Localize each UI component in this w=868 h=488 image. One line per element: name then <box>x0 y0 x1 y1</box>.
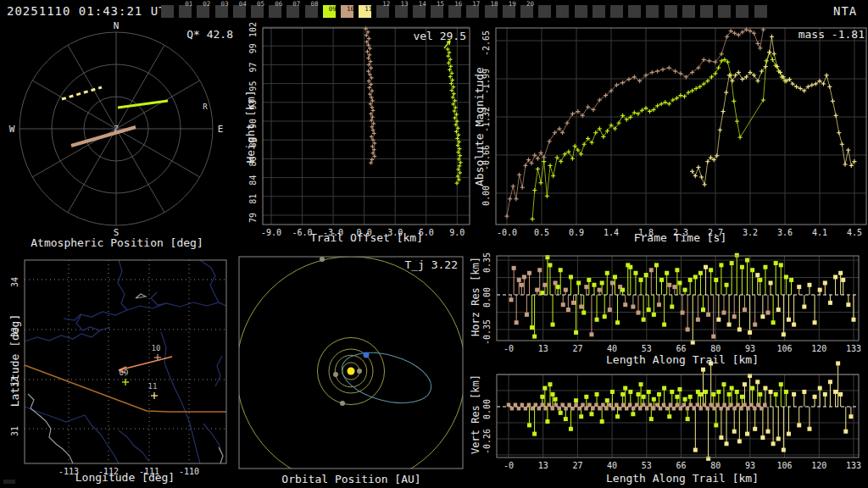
polar-footer-label: Atmospheric Position [deg] <box>23 236 211 249</box>
svg-text:10: 10 <box>152 344 161 352</box>
svg-text:102: 102 <box>248 22 258 37</box>
svg-text:79: 79 <box>248 213 258 223</box>
svg-text:-0.26: -0.26 <box>482 429 492 454</box>
svg-text:99: 99 <box>248 43 258 53</box>
indicator-label: 15 <box>431 0 444 8</box>
svg-text:40: 40 <box>607 344 617 353</box>
svg-text:R: R <box>203 103 208 111</box>
svg-text:0.00: 0.00 <box>482 287 492 308</box>
svg-text:93: 93 <box>745 344 755 353</box>
vert-res-ylabel: Vert Res [km] <box>470 363 481 465</box>
indicator-label: 05 <box>252 0 264 8</box>
indicator-blank[interactable] <box>682 5 695 18</box>
indicator-blank[interactable] <box>593 5 605 18</box>
svg-text:W: W <box>9 124 15 135</box>
mag-xlabel: Frame Time [s] <box>593 231 767 244</box>
svg-text:81: 81 <box>248 194 258 204</box>
svg-text:-0.35: -0.35 <box>482 319 492 345</box>
svg-text:53: 53 <box>642 344 652 353</box>
svg-text:-9.0: -9.0 <box>261 228 281 237</box>
indicator-blank[interactable] <box>736 5 748 18</box>
svg-text:133: 133 <box>846 344 861 353</box>
horz-res-xlabel: Length Along Trail [km] <box>585 353 780 366</box>
indicator-blank[interactable] <box>161 5 174 18</box>
indicator-label: 14 <box>414 0 426 8</box>
svg-text:0.00: 0.00 <box>482 399 492 419</box>
map-xlabel: Longitude [deg] <box>38 471 212 484</box>
svg-text:97: 97 <box>248 62 258 72</box>
indicator-label: 18 <box>486 0 498 8</box>
indicator-label: 16 <box>449 0 462 8</box>
svg-text:13: 13 <box>538 344 548 353</box>
indicator-label: 12 <box>377 0 390 8</box>
vert-res-xlabel: Length Along Trail [km] <box>585 472 780 485</box>
svg-text:106: 106 <box>777 461 793 470</box>
svg-text:120: 120 <box>811 344 826 353</box>
height-ylabel: Height [km] <box>244 80 257 174</box>
svg-text:66: 66 <box>676 344 686 353</box>
indicator-blank[interactable] <box>718 5 731 18</box>
indicator-blank[interactable] <box>700 5 713 18</box>
indicator-label: 09 <box>324 5 337 13</box>
indicator-blank[interactable] <box>610 5 623 18</box>
indicator-label: 06 <box>270 0 282 8</box>
nta-app-window: NSWERZ-9.0-6.0-3.00.03.06.09.01029997959… <box>0 0 868 488</box>
indicator-blank[interactable] <box>665 5 677 18</box>
svg-text:133: 133 <box>846 461 861 470</box>
indicator-blank[interactable] <box>556 5 569 18</box>
svg-text:E: E <box>218 124 224 135</box>
svg-text:0.9: 0.9 <box>569 228 584 237</box>
indicator-blank[interactable] <box>646 5 659 18</box>
app-title: NTA <box>833 4 857 18</box>
indicator-label: 11 <box>359 5 372 13</box>
indicator-blank[interactable] <box>628 5 641 18</box>
indicator-label: 04 <box>234 0 247 8</box>
svg-text:-0: -0 <box>504 461 514 470</box>
watermark <box>3 480 15 484</box>
svg-text:120: 120 <box>811 461 826 470</box>
svg-text:-0: -0 <box>504 344 514 353</box>
svg-text:N: N <box>114 20 120 31</box>
utc-timestamp: 20251110 01:43:21 UTC <box>7 4 175 18</box>
map-ylabel: Latitude [deg] <box>8 306 21 416</box>
mag-ylabel: Absolute Magnitude <box>473 51 486 203</box>
svg-text:34: 34 <box>10 277 19 287</box>
svg-text:66: 66 <box>676 461 686 470</box>
indicator-label: 20 <box>521 0 534 8</box>
svg-text:27: 27 <box>572 461 582 470</box>
indicator-label: 08 <box>306 0 319 8</box>
indicator-blank[interactable] <box>754 5 767 18</box>
indicator-label: 10 <box>342 5 354 13</box>
svg-text:93: 93 <box>745 461 755 470</box>
indicator-label: 19 <box>504 0 516 8</box>
svg-text:09: 09 <box>120 369 129 377</box>
svg-text:80: 80 <box>710 461 721 470</box>
svg-text:106: 106 <box>777 344 793 353</box>
svg-text:11: 11 <box>148 382 158 391</box>
horz-res-ylabel: Horz Res [km] <box>470 246 481 347</box>
indicator-label: 07 <box>287 0 300 8</box>
indicator-label: 17 <box>467 0 480 8</box>
svg-text:84: 84 <box>248 175 258 186</box>
mass-value: mass -1.81 <box>763 28 865 41</box>
indicator-blank[interactable] <box>538 5 551 18</box>
indicator-label: 01 <box>180 0 192 8</box>
svg-text:40: 40 <box>607 461 617 470</box>
indicator-label: 03 <box>216 0 229 8</box>
q-value: Q* 42.8 <box>165 28 233 41</box>
indicator-blank[interactable] <box>575 5 587 18</box>
svg-text:0.5: 0.5 <box>534 228 549 237</box>
svg-text:4.5: 4.5 <box>847 228 862 237</box>
svg-text:53: 53 <box>642 461 652 470</box>
svg-text:-0.0: -0.0 <box>497 228 517 237</box>
svg-text:27: 27 <box>572 344 582 353</box>
svg-text:80: 80 <box>710 344 721 353</box>
indicator-label: 13 <box>396 0 409 8</box>
svg-text:4.1: 4.1 <box>812 228 827 237</box>
svg-text:0.35: 0.35 <box>482 252 492 273</box>
velocity-value: vel 29.5 <box>386 30 466 42</box>
indicator-label: 02 <box>198 0 210 8</box>
svg-text:31: 31 <box>10 426 19 436</box>
svg-text:3.6: 3.6 <box>777 228 793 237</box>
svg-text:13: 13 <box>538 461 548 470</box>
